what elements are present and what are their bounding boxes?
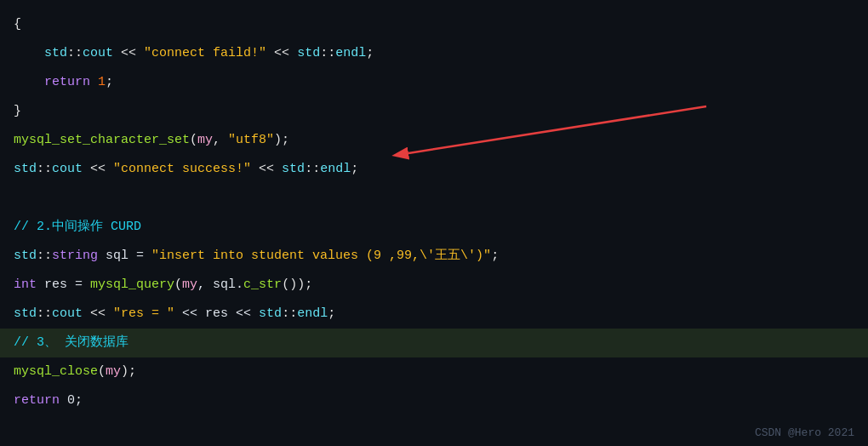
token: :: xyxy=(320,41,335,66)
token: 0; xyxy=(60,388,83,414)
code-line-comment-close: // 3、 关闭数据库 xyxy=(0,329,868,357)
code-line-int-res: int res = mysql_query(my, sql.c_str()); xyxy=(0,271,868,300)
token: my xyxy=(182,272,197,298)
token: return xyxy=(44,70,90,95)
token: ; xyxy=(328,301,335,327)
token: my xyxy=(106,359,121,385)
token: endl xyxy=(335,41,366,66)
token: cout xyxy=(52,301,83,327)
code-line-blank xyxy=(0,184,868,213)
token: string xyxy=(52,243,98,269)
token: // 2.中间操作 CURD xyxy=(14,214,141,240)
token xyxy=(14,41,44,66)
token xyxy=(14,70,44,95)
token: << xyxy=(83,301,113,327)
token: std xyxy=(14,243,37,269)
token: "insert into student values (9 ,99,\'王五\… xyxy=(151,243,491,269)
code-line-return0: return 0; xyxy=(0,386,868,415)
token: int xyxy=(14,272,37,298)
code-line-mysql-close: mysql_close(my); xyxy=(0,357,868,386)
token: endl xyxy=(297,301,328,327)
token: } xyxy=(14,99,21,124)
token: "res = " xyxy=(113,301,174,327)
token: << xyxy=(113,41,144,66)
token: cout xyxy=(83,41,113,66)
code-line-return1: return 1; xyxy=(0,68,868,97)
token: ( xyxy=(174,272,182,298)
token: my xyxy=(197,128,213,153)
token: c_str xyxy=(243,272,282,298)
token: , sql. xyxy=(197,272,243,298)
token: return xyxy=(14,388,60,414)
token: 1 xyxy=(98,70,106,95)
token: :: xyxy=(282,301,297,327)
token: std xyxy=(297,41,320,66)
token: :: xyxy=(67,41,83,66)
token: res = xyxy=(37,272,90,298)
token: << res << xyxy=(174,301,259,327)
token: :: xyxy=(37,243,52,269)
code-line-cout-fail: std::cout << "connect faild!" << std::en… xyxy=(0,39,868,68)
token: ); xyxy=(121,359,136,385)
token: ; xyxy=(491,243,499,269)
token: ( xyxy=(98,359,106,385)
token: sql = xyxy=(98,243,151,269)
code-line-sql-string: std::string sql = "insert into student v… xyxy=(0,242,868,271)
token: "utf8" xyxy=(228,128,274,153)
code-line-open-brace: { xyxy=(0,10,868,39)
code-line-mysql-charset: mysql_set_character_set(my, "utf8"); xyxy=(0,126,868,155)
token: { xyxy=(14,12,21,37)
code-line-close-brace: } xyxy=(0,97,868,126)
token: ; xyxy=(351,157,358,182)
token: << xyxy=(83,157,113,182)
token: , xyxy=(213,128,228,153)
token: ( xyxy=(190,128,197,153)
code-line-cout-res: std::cout << "res = " << res << std::end… xyxy=(0,300,868,329)
token: // 3、 关闭数据库 xyxy=(14,330,128,356)
code-line-cout-success: std::cout << "connect success!" << std::… xyxy=(0,155,868,184)
watermark: CSDN @Hero 2021 xyxy=(755,426,854,439)
token: std xyxy=(14,301,37,327)
token: :: xyxy=(37,301,52,327)
code-editor: { std::cout << "connect faild!" << std::… xyxy=(0,0,868,446)
token: mysql_close xyxy=(14,359,98,385)
token xyxy=(90,70,98,95)
token: :: xyxy=(37,157,52,182)
token: ; xyxy=(366,41,374,66)
code-line-comment-curd: // 2.中间操作 CURD xyxy=(0,213,868,242)
token: std xyxy=(44,41,67,66)
token: cout xyxy=(52,157,83,182)
token: std xyxy=(282,157,305,182)
token: ()); xyxy=(282,272,312,298)
token: std xyxy=(259,301,282,327)
token: << xyxy=(251,157,282,182)
token: endl xyxy=(320,157,351,182)
token: ); xyxy=(274,128,289,153)
token: :: xyxy=(305,157,320,182)
token: ; xyxy=(106,70,113,95)
token: "connect success!" xyxy=(113,157,251,182)
token: mysql_set_character_set xyxy=(14,128,190,153)
token: "connect faild!" xyxy=(144,41,266,66)
token: std xyxy=(14,157,37,182)
token: << xyxy=(266,41,297,66)
token: mysql_query xyxy=(90,272,174,298)
